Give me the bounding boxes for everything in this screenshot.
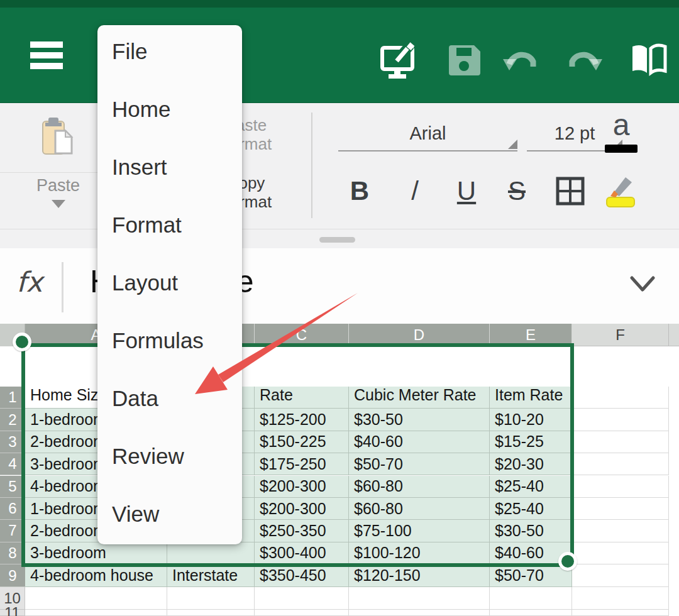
row-header-3[interactable]: 3: [0, 431, 25, 453]
row-header-2[interactable]: 2: [0, 409, 25, 431]
cell-E4[interactable]: $20-30: [490, 453, 572, 475]
cell-F4[interactable]: [572, 453, 669, 475]
cell-A8[interactable]: 3-bedroom: [25, 542, 167, 564]
cell-F9[interactable]: [572, 564, 669, 587]
font-name-select[interactable]: Arial: [338, 123, 517, 151]
column-header-C[interactable]: C: [255, 324, 349, 346]
cell-F2[interactable]: [572, 409, 669, 431]
cell-E9[interactable]: $50-70: [490, 564, 572, 587]
cell-F6[interactable]: [572, 498, 669, 520]
row-header-6[interactable]: 6: [0, 498, 25, 520]
save-icon[interactable]: [444, 39, 487, 82]
cell-D5[interactable]: $60-80: [349, 476, 490, 498]
cell-B11[interactable]: [167, 610, 255, 616]
cell-E11[interactable]: [490, 610, 572, 616]
drag-handle[interactable]: [319, 237, 355, 243]
cell-D4[interactable]: $50-70: [349, 453, 490, 475]
cell-C1[interactable]: Hourly Rate: [255, 387, 349, 409]
row-header-9[interactable]: 9: [0, 564, 25, 587]
column-header-D[interactable]: D: [349, 324, 490, 346]
cell-F3[interactable]: [572, 431, 669, 453]
menu-item-home[interactable]: Home: [112, 97, 170, 124]
column-header-partial[interactable]: [669, 324, 679, 346]
cell-E7[interactable]: $30-50: [490, 520, 572, 542]
cell-C2[interactable]: $125-200: [255, 409, 349, 431]
menu-item-format[interactable]: Format: [112, 212, 182, 240]
selection-handle-bottom-right[interactable]: [558, 552, 577, 571]
strikethrough-button[interactable]: S: [499, 172, 534, 210]
bold-button[interactable]: B: [342, 172, 377, 210]
column-header-F[interactable]: F: [572, 324, 669, 346]
cell-E10[interactable]: [490, 587, 572, 610]
italic-button[interactable]: /: [397, 172, 433, 210]
paste-button[interactable]: Paste: [19, 113, 97, 214]
paste-label: Paste: [19, 176, 97, 195]
borders-button[interactable]: [553, 172, 588, 210]
cell-C7[interactable]: $250-350: [255, 520, 349, 542]
row-header-1[interactable]: 1: [0, 387, 25, 409]
font-color-glyph: a: [604, 109, 639, 141]
cell-E2[interactable]: $10-20: [490, 409, 572, 431]
redo-icon[interactable]: [562, 39, 605, 82]
undo-icon[interactable]: [500, 39, 543, 82]
cell-C10[interactable]: [255, 587, 349, 610]
cell-D3[interactable]: $40-60: [349, 431, 490, 453]
hamburger-menu-icon[interactable]: [30, 41, 63, 69]
cell-C3[interactable]: $150-225: [255, 431, 349, 453]
cell-D10[interactable]: [349, 587, 490, 610]
paste-icon: [36, 116, 79, 160]
cell-C11[interactable]: [255, 610, 349, 616]
cell-F10[interactable]: [572, 587, 669, 610]
ribbon-tab-menu: File Home Insert Format Layout Formulas …: [97, 25, 242, 544]
font-size-value: 12 pt: [555, 123, 595, 143]
cell-E1[interactable]: Item Rate: [490, 387, 572, 409]
cell-F7[interactable]: [572, 520, 669, 542]
row-header-5[interactable]: 5: [0, 476, 25, 498]
cell-D7[interactable]: $75-100: [349, 520, 490, 542]
cell-B10[interactable]: [167, 587, 255, 610]
edit-mode-icon[interactable]: [377, 39, 420, 82]
cell-D9[interactable]: $120-150: [349, 564, 490, 587]
menu-item-file[interactable]: File: [112, 39, 147, 67]
row-header-7[interactable]: 7: [0, 520, 25, 542]
highlight-button[interactable]: [603, 172, 638, 210]
row-header-11[interactable]: 11: [0, 610, 25, 616]
menu-item-formulas[interactable]: Formulas: [112, 328, 204, 356]
row-header-4[interactable]: 4: [0, 453, 25, 475]
underline-button[interactable]: U: [449, 172, 484, 210]
cell-D1[interactable]: Cubic Meter Rate: [349, 387, 490, 409]
cell-E3[interactable]: $15-25: [490, 431, 572, 453]
cell-A10[interactable]: [25, 587, 167, 610]
formula-expand-chevron-icon[interactable]: [629, 273, 656, 295]
cell-F11[interactable]: [572, 610, 669, 616]
read-mode-icon[interactable]: [627, 39, 670, 82]
cell-C4[interactable]: $175-250: [255, 453, 349, 475]
selection-handle-top-left[interactable]: [13, 333, 31, 351]
cell-E6[interactable]: $25-40: [490, 498, 572, 520]
cell-D8[interactable]: $100-120: [349, 542, 490, 564]
cell-A9[interactable]: 4-bedroom house: [25, 564, 167, 587]
cell-F1[interactable]: [572, 387, 669, 409]
cell-B8[interactable]: [167, 542, 255, 564]
row-header-8[interactable]: 8: [0, 542, 25, 564]
cell-C6[interactable]: $200-300: [255, 498, 349, 520]
cell-F5[interactable]: [572, 476, 669, 498]
cell-D2[interactable]: $30-50: [349, 409, 490, 431]
menu-item-view[interactable]: View: [112, 502, 159, 529]
font-color-button[interactable]: a: [604, 109, 639, 160]
cell-D11[interactable]: [349, 610, 490, 616]
menu-item-insert[interactable]: Insert: [112, 155, 167, 182]
cell-D6[interactable]: $60-80: [349, 498, 490, 520]
cell-C9[interactable]: $350-450: [255, 564, 349, 587]
cell-C5[interactable]: $200-300: [255, 476, 349, 498]
menu-item-data[interactable]: Data: [112, 386, 158, 414]
menu-item-review[interactable]: Review: [112, 444, 184, 471]
cell-F8[interactable]: [572, 542, 669, 564]
menu-item-layout[interactable]: Layout: [112, 270, 178, 298]
column-header-E[interactable]: E: [490, 324, 572, 346]
fx-icon[interactable]: fx: [16, 266, 43, 298]
cell-B9[interactable]: Interstate: [167, 564, 255, 587]
cell-E5[interactable]: $25-40: [490, 476, 572, 498]
cell-A11[interactable]: [25, 610, 167, 616]
cell-C8[interactable]: $300-400: [255, 542, 349, 564]
